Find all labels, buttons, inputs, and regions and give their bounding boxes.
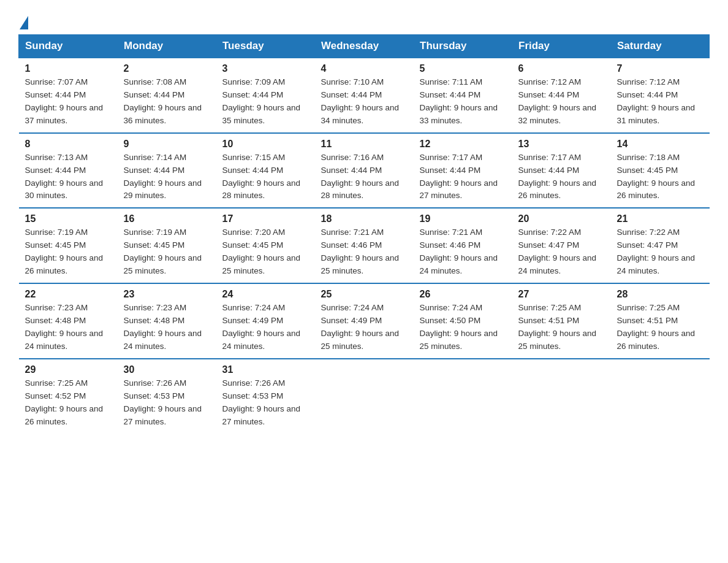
header-saturday: Saturday [611, 35, 710, 58]
day-info: Sunrise: 7:25 AMSunset: 4:52 PMDaylight:… [25, 377, 112, 429]
calendar-cell: 13Sunrise: 7:17 AMSunset: 4:44 PMDayligh… [512, 133, 611, 209]
day-info: Sunrise: 7:17 AMSunset: 4:44 PMDaylight:… [420, 151, 506, 203]
day-info: Sunrise: 7:12 AMSunset: 4:44 PMDaylight:… [617, 76, 703, 128]
day-info: Sunrise: 7:12 AMSunset: 4:44 PMDaylight:… [518, 76, 605, 128]
calendar-cell: 14Sunrise: 7:18 AMSunset: 4:45 PMDayligh… [611, 133, 710, 209]
day-number: 1 [25, 63, 112, 74]
calendar-cell: 25Sunrise: 7:24 AMSunset: 4:49 PMDayligh… [315, 283, 414, 359]
day-number: 9 [124, 139, 210, 150]
day-info: Sunrise: 7:20 AMSunset: 4:45 PMDaylight:… [222, 226, 309, 278]
day-number: 29 [25, 364, 112, 375]
day-number: 11 [321, 139, 408, 150]
day-number: 16 [124, 213, 210, 224]
calendar-cell [611, 359, 710, 434]
calendar-cell: 28Sunrise: 7:25 AMSunset: 4:51 PMDayligh… [611, 283, 710, 359]
day-number: 21 [617, 213, 703, 224]
day-info: Sunrise: 7:15 AMSunset: 4:44 PMDaylight:… [222, 151, 309, 203]
calendar-cell: 5Sunrise: 7:11 AMSunset: 4:44 PMDaylight… [414, 58, 512, 133]
day-info: Sunrise: 7:25 AMSunset: 4:51 PMDaylight:… [518, 302, 605, 353]
calendar-cell [512, 359, 611, 434]
day-number: 19 [420, 213, 506, 224]
calendar-cell: 3Sunrise: 7:09 AMSunset: 4:44 PMDaylight… [216, 58, 315, 133]
calendar-cell: 2Sunrise: 7:08 AMSunset: 4:44 PMDaylight… [118, 58, 216, 133]
calendar-cell: 18Sunrise: 7:21 AMSunset: 4:46 PMDayligh… [315, 208, 414, 283]
calendar-cell: 29Sunrise: 7:25 AMSunset: 4:52 PMDayligh… [19, 359, 118, 434]
calendar-cell: 20Sunrise: 7:22 AMSunset: 4:47 PMDayligh… [512, 208, 611, 283]
header-friday: Friday [512, 35, 611, 58]
day-number: 7 [617, 63, 703, 74]
day-number: 15 [25, 213, 112, 224]
day-info: Sunrise: 7:21 AMSunset: 4:46 PMDaylight:… [420, 226, 506, 278]
day-number: 30 [124, 364, 210, 375]
day-number: 12 [420, 139, 506, 150]
day-info: Sunrise: 7:16 AMSunset: 4:44 PMDaylight:… [321, 151, 408, 203]
calendar-cell: 1Sunrise: 7:07 AMSunset: 4:44 PMDaylight… [19, 58, 118, 133]
calendar-table: SundayMondayTuesdayWednesdayThursdayFrid… [18, 34, 710, 433]
calendar-cell: 6Sunrise: 7:12 AMSunset: 4:44 PMDaylight… [512, 58, 611, 133]
day-info: Sunrise: 7:11 AMSunset: 4:44 PMDaylight:… [420, 76, 506, 128]
day-number: 28 [617, 289, 703, 300]
day-number: 14 [617, 139, 703, 150]
day-info: Sunrise: 7:18 AMSunset: 4:45 PMDaylight:… [617, 151, 703, 203]
day-info: Sunrise: 7:19 AMSunset: 4:45 PMDaylight:… [124, 226, 210, 278]
day-number: 5 [420, 63, 506, 74]
logo [18, 12, 28, 28]
day-info: Sunrise: 7:14 AMSunset: 4:44 PMDaylight:… [124, 151, 210, 203]
day-info: Sunrise: 7:22 AMSunset: 4:47 PMDaylight:… [617, 226, 703, 278]
calendar-header-row: SundayMondayTuesdayWednesdayThursdayFrid… [19, 35, 710, 58]
day-number: 24 [222, 289, 309, 300]
logo-triangle-icon [20, 16, 28, 29]
calendar-cell: 22Sunrise: 7:23 AMSunset: 4:48 PMDayligh… [19, 283, 118, 359]
calendar-cell: 17Sunrise: 7:20 AMSunset: 4:45 PMDayligh… [216, 208, 315, 283]
day-number: 22 [25, 289, 112, 300]
calendar-cell: 15Sunrise: 7:19 AMSunset: 4:45 PMDayligh… [19, 208, 118, 283]
calendar-cell: 21Sunrise: 7:22 AMSunset: 4:47 PMDayligh… [611, 208, 710, 283]
day-number: 13 [518, 139, 605, 150]
day-info: Sunrise: 7:08 AMSunset: 4:44 PMDaylight:… [124, 76, 210, 128]
header-sunday: Sunday [19, 35, 118, 58]
calendar-cell: 7Sunrise: 7:12 AMSunset: 4:44 PMDaylight… [611, 58, 710, 133]
calendar-cell: 24Sunrise: 7:24 AMSunset: 4:49 PMDayligh… [216, 283, 315, 359]
day-info: Sunrise: 7:22 AMSunset: 4:47 PMDaylight:… [518, 226, 605, 278]
day-number: 25 [321, 289, 408, 300]
day-number: 27 [518, 289, 605, 300]
week-row-2: 8Sunrise: 7:13 AMSunset: 4:44 PMDaylight… [19, 133, 710, 209]
day-info: Sunrise: 7:21 AMSunset: 4:46 PMDaylight:… [321, 226, 408, 278]
header-tuesday: Tuesday [216, 35, 315, 58]
day-info: Sunrise: 7:24 AMSunset: 4:50 PMDaylight:… [420, 302, 506, 353]
calendar-cell: 30Sunrise: 7:26 AMSunset: 4:53 PMDayligh… [118, 359, 216, 434]
day-info: Sunrise: 7:26 AMSunset: 4:53 PMDaylight:… [124, 377, 210, 429]
day-number: 6 [518, 63, 605, 74]
day-number: 8 [25, 139, 112, 150]
day-info: Sunrise: 7:24 AMSunset: 4:49 PMDaylight:… [321, 302, 408, 353]
day-info: Sunrise: 7:07 AMSunset: 4:44 PMDaylight:… [25, 76, 112, 128]
header-wednesday: Wednesday [315, 35, 414, 58]
day-info: Sunrise: 7:26 AMSunset: 4:53 PMDaylight:… [222, 377, 309, 429]
week-row-1: 1Sunrise: 7:07 AMSunset: 4:44 PMDaylight… [19, 58, 710, 133]
day-info: Sunrise: 7:25 AMSunset: 4:51 PMDaylight:… [617, 302, 703, 353]
day-info: Sunrise: 7:10 AMSunset: 4:44 PMDaylight:… [321, 76, 408, 128]
calendar-cell: 12Sunrise: 7:17 AMSunset: 4:44 PMDayligh… [414, 133, 512, 209]
day-info: Sunrise: 7:17 AMSunset: 4:44 PMDaylight:… [518, 151, 605, 203]
day-number: 20 [518, 213, 605, 224]
week-row-5: 29Sunrise: 7:25 AMSunset: 4:52 PMDayligh… [19, 359, 710, 434]
calendar-cell: 11Sunrise: 7:16 AMSunset: 4:44 PMDayligh… [315, 133, 414, 209]
day-number: 26 [420, 289, 506, 300]
calendar-cell [414, 359, 512, 434]
calendar-cell: 23Sunrise: 7:23 AMSunset: 4:48 PMDayligh… [118, 283, 216, 359]
week-row-3: 15Sunrise: 7:19 AMSunset: 4:45 PMDayligh… [19, 208, 710, 283]
calendar-cell: 19Sunrise: 7:21 AMSunset: 4:46 PMDayligh… [414, 208, 512, 283]
calendar-cell: 4Sunrise: 7:10 AMSunset: 4:44 PMDaylight… [315, 58, 414, 133]
day-number: 31 [222, 364, 309, 375]
header-monday: Monday [118, 35, 216, 58]
calendar-cell: 27Sunrise: 7:25 AMSunset: 4:51 PMDayligh… [512, 283, 611, 359]
calendar-cell: 26Sunrise: 7:24 AMSunset: 4:50 PMDayligh… [414, 283, 512, 359]
calendar-cell: 8Sunrise: 7:13 AMSunset: 4:44 PMDaylight… [19, 133, 118, 209]
week-row-4: 22Sunrise: 7:23 AMSunset: 4:48 PMDayligh… [19, 283, 710, 359]
day-number: 10 [222, 139, 309, 150]
calendar-cell: 10Sunrise: 7:15 AMSunset: 4:44 PMDayligh… [216, 133, 315, 209]
day-info: Sunrise: 7:13 AMSunset: 4:44 PMDaylight:… [25, 151, 112, 203]
day-info: Sunrise: 7:19 AMSunset: 4:45 PMDaylight:… [25, 226, 112, 278]
header-thursday: Thursday [414, 35, 512, 58]
day-info: Sunrise: 7:24 AMSunset: 4:49 PMDaylight:… [222, 302, 309, 353]
